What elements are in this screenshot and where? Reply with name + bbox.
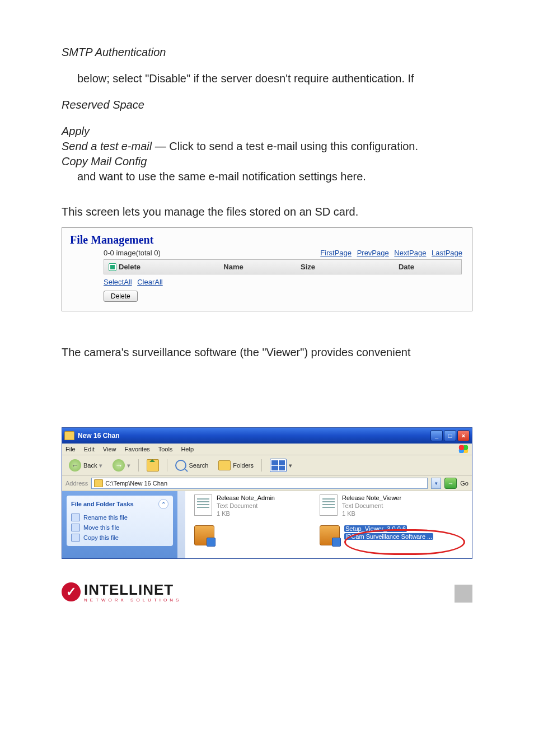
clear-all-link[interactable]: ClearAll	[137, 278, 163, 286]
heading-apply: Apply	[62, 124, 472, 139]
address-label: Address	[65, 480, 88, 487]
menu-tools[interactable]: Tools	[158, 446, 173, 452]
menu-file[interactable]: File	[65, 446, 76, 452]
close-button[interactable]: ×	[457, 430, 470, 441]
text-copy-mail: and want to use the same e-mail notifica…	[62, 169, 472, 184]
toolbar: ←Back▾ →▾ Search Folders ▾	[62, 455, 472, 476]
select-all-link[interactable]: SelectAll	[104, 278, 132, 286]
menu-edit[interactable]: Edit	[84, 446, 95, 452]
col-name[interactable]: Name	[203, 260, 264, 274]
minimize-button[interactable]: _	[430, 430, 443, 441]
forward-button[interactable]: →▾	[109, 458, 134, 473]
folders-icon	[218, 460, 231, 470]
label-send-test: Send a test e-mail	[62, 140, 152, 152]
maximize-button[interactable]: □	[444, 430, 456, 441]
task-panel-header[interactable]: File and Folder Tasks ⌃	[71, 499, 168, 509]
explorer-window: New 16 Chan _ □ × File Edit View Favorit…	[62, 427, 472, 559]
file-list-area: Release Note_Admin Text Document 1 KB Re…	[177, 491, 472, 558]
menu-favorites[interactable]: Favorites	[125, 446, 150, 452]
copy-icon	[71, 534, 80, 542]
heading-reserved-space: Reserved Space	[62, 97, 472, 113]
file-release-note-viewer[interactable]: Release Note_Viewer Text Document 1 KB	[320, 494, 433, 517]
tasks-side-panel: File and Folder Tasks ⌃ Rename this file…	[62, 491, 177, 558]
brand-logo: INTELLINET NETWORK SOLUTIONS	[62, 581, 181, 603]
menu-view[interactable]: View	[103, 446, 116, 452]
text-file-icon	[320, 494, 338, 516]
text-smtp-line: below; select "Disable" if the server do…	[62, 71, 472, 86]
address-field[interactable]: C:\Temp\New 16 Chan	[91, 478, 428, 489]
file-installer-left[interactable]	[194, 525, 275, 545]
check-circle-icon	[62, 582, 81, 601]
line-send-test: Send a test e-mail — Click to send a tes…	[62, 139, 472, 154]
text-viewer-intro: The camera's surveillance software (the …	[62, 345, 472, 360]
menu-help[interactable]: Help	[181, 446, 194, 452]
up-button[interactable]	[143, 458, 162, 473]
text-sd-intro: This screen lets you manage the files st…	[62, 204, 472, 220]
go-button[interactable]: →	[444, 478, 457, 489]
address-path: C:\Temp\New 16 Chan	[105, 480, 167, 487]
folder-icon	[94, 479, 103, 487]
task-copy[interactable]: Copy this file	[71, 533, 168, 543]
back-button[interactable]: ←Back▾	[65, 458, 106, 473]
file-release-note-admin[interactable]: Release Note_Admin Text Document 1 KB	[194, 494, 275, 517]
folder-icon	[64, 431, 74, 440]
col-delete[interactable]: Delete	[104, 260, 203, 274]
address-dropdown[interactable]: ▾	[431, 478, 441, 489]
next-page-link[interactable]: NextPage	[394, 249, 426, 257]
prev-page-link[interactable]: PrevPage	[357, 249, 389, 257]
installer-icon	[320, 525, 340, 545]
address-bar: Address C:\Temp\New 16 Chan ▾ → Go	[62, 476, 472, 491]
chevron-up-icon: ⌃	[158, 499, 168, 509]
pager-links: FirstPage PrevPage NextPage LastPage	[318, 249, 464, 257]
search-button[interactable]: Search	[172, 459, 212, 472]
col-size[interactable]: Size	[264, 260, 352, 274]
windows-flag-icon	[458, 445, 469, 453]
rename-icon	[71, 514, 80, 521]
page-marker	[455, 585, 472, 603]
file-management-title: File Management	[70, 234, 464, 246]
installer-icon	[194, 525, 214, 545]
delete-button[interactable]: Delete	[104, 291, 138, 302]
text-file-icon	[194, 494, 212, 516]
move-icon	[71, 524, 80, 531]
go-label: Go	[460, 480, 469, 487]
last-page-link[interactable]: LastPage	[432, 249, 462, 257]
menu-bar: File Edit View Favorites Tools Help	[62, 444, 472, 455]
folders-button[interactable]: Folders	[215, 459, 257, 472]
heading-smtp-auth: SMTP Authentication	[62, 45, 472, 60]
first-page-link[interactable]: FirstPage	[320, 249, 352, 257]
up-folder-icon	[147, 459, 159, 472]
window-titlebar[interactable]: New 16 Chan _ □ ×	[62, 428, 472, 444]
image-count-text: 0-0 image(total 0)	[104, 249, 318, 257]
file-table-header: Delete Name Size Date	[104, 259, 462, 274]
file-setup-viewer[interactable]: Setup_Viewer_3.0.0.6 IPCam Surveillance …	[320, 525, 433, 545]
views-button[interactable]: ▾	[266, 458, 296, 473]
task-move[interactable]: Move this file	[71, 522, 168, 533]
brand-tagline: NETWORK SOLUTIONS	[84, 598, 181, 603]
task-rename[interactable]: Rename this file	[71, 512, 168, 522]
window-title: New 16 Chan	[78, 432, 430, 440]
col-date[interactable]: Date	[352, 260, 461, 274]
heading-copy-mail: Copy Mail Config	[62, 154, 472, 169]
text-send-test-rest: — Click to send a test e-mail using this…	[152, 140, 418, 152]
search-icon	[175, 460, 186, 471]
brand-name: INTELLINET	[84, 581, 181, 599]
file-management-panel: File Management 0-0 image(total 0) First…	[62, 227, 472, 311]
views-icon	[270, 459, 287, 472]
